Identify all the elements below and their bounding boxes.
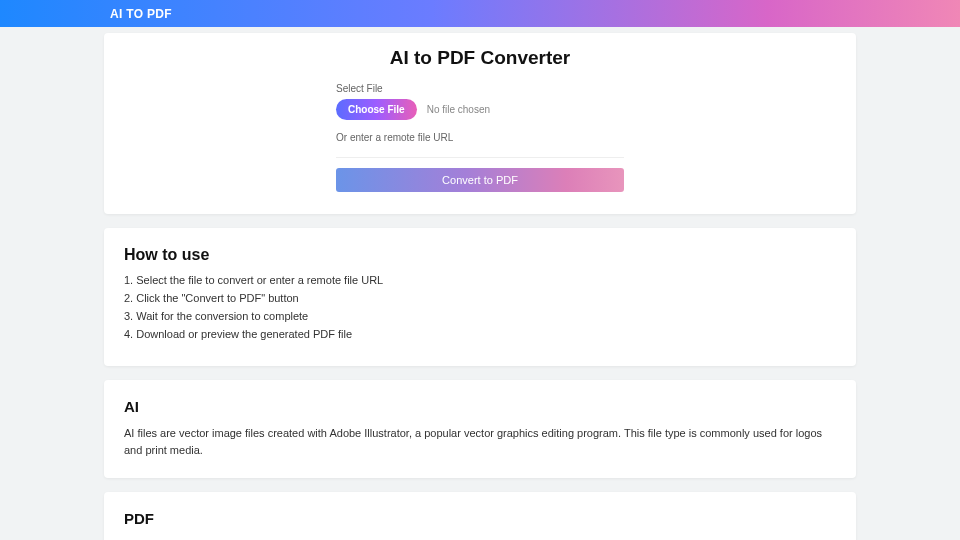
choose-file-button[interactable]: Choose File	[336, 99, 417, 120]
main-container: AI to PDF Converter Select File Choose F…	[104, 27, 856, 540]
howto-card: How to use 1. Select the file to convert…	[104, 228, 856, 366]
pdf-info-card: PDF PDF is a document file format that c…	[104, 492, 856, 540]
app-header: AI TO PDF	[0, 0, 960, 27]
ai-description: AI files are vector image files created …	[124, 425, 836, 458]
file-row: Choose File No file chosen	[336, 99, 624, 120]
form-area: Select File Choose File No file chosen O…	[336, 83, 624, 143]
howto-step: 3. Wait for the conversion to complete	[124, 310, 836, 322]
select-file-label: Select File	[336, 83, 624, 94]
howto-step: 2. Click the "Convert to PDF" button	[124, 292, 836, 304]
file-status-text: No file chosen	[427, 104, 490, 115]
converter-card: AI to PDF Converter Select File Choose F…	[104, 33, 856, 214]
page-title: AI to PDF Converter	[124, 47, 836, 69]
ai-info-card: AI AI files are vector image files creat…	[104, 380, 856, 478]
howto-step: 1. Select the file to convert or enter a…	[124, 274, 836, 286]
header-title: AI TO PDF	[110, 7, 172, 21]
pdf-heading: PDF	[124, 510, 836, 527]
howto-steps: 1. Select the file to convert or enter a…	[124, 274, 836, 340]
ai-heading: AI	[124, 398, 836, 415]
howto-heading: How to use	[124, 246, 836, 264]
convert-button[interactable]: Convert to PDF	[336, 168, 624, 192]
form-separator	[336, 157, 624, 158]
remote-url-label: Or enter a remote file URL	[336, 132, 624, 143]
howto-step: 4. Download or preview the generated PDF…	[124, 328, 836, 340]
